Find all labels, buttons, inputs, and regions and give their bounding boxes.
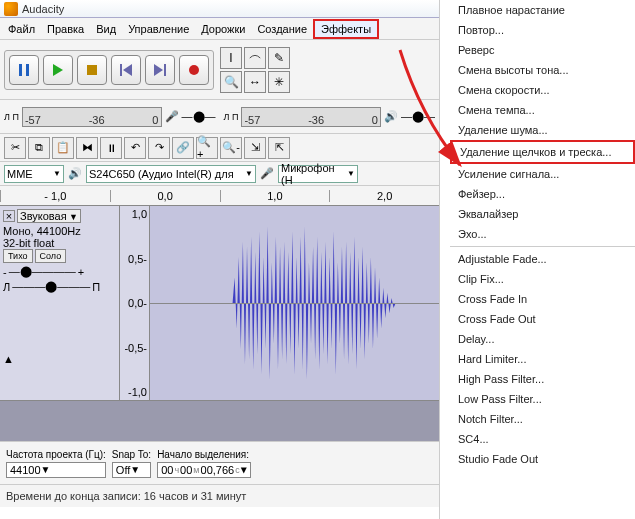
device-toolbar: MME▼ 🔊 S24C650 (Аудио Intel(R) для▼ 🎤 Ми… — [0, 162, 439, 186]
slider-icon[interactable]: —⬤— — [182, 110, 216, 123]
titlebar: Audacity — [0, 0, 439, 18]
effect-menu-item[interactable]: Low Pass Filter... — [450, 389, 635, 409]
status-text: Времени до конца записи: 16 часов и 31 м… — [6, 490, 246, 502]
effect-menu-item[interactable]: Delay... — [450, 329, 635, 349]
window-title: Audacity — [22, 3, 64, 15]
effect-menu-item[interactable]: Повтор... — [450, 20, 635, 40]
input-device-combo[interactable]: Микрофон (H▼ — [278, 165, 358, 183]
effect-menu-item[interactable]: High Pass Filter... — [450, 369, 635, 389]
track-area: × Звуковая ▼ Моно, 44100Hz 32-bit float … — [0, 206, 439, 401]
svg-rect-1 — [26, 64, 29, 76]
track-format: Моно, 44100Hz — [3, 225, 116, 237]
svg-marker-5 — [123, 64, 132, 76]
status-bar: Времени до конца записи: 16 часов и 31 м… — [0, 485, 439, 507]
track-close-button[interactable]: × — [3, 210, 15, 222]
output-meter[interactable]: -57-360 — [22, 107, 162, 127]
gain-slider[interactable]: —⬤———— — [9, 265, 76, 278]
track-bitdepth: 32-bit float — [3, 237, 116, 249]
menu-effects[interactable]: Эффекты — [313, 19, 379, 39]
pause-button[interactable] — [9, 55, 39, 85]
selection-toolbar: Частота проекта (Гц): 44100 ▼ Snap To: O… — [0, 441, 439, 485]
effect-menu-item[interactable]: Эхо... — [450, 224, 635, 244]
effects-dropdown-menu: Плавное нарастаниеПовтор...РеверсСмена в… — [450, 0, 635, 519]
draw-tool-icon[interactable]: ✎ — [268, 47, 290, 69]
output-device-combo[interactable]: S24C650 (Аудио Intel(R) для▼ — [86, 165, 256, 183]
play-button[interactable] — [43, 55, 73, 85]
tools-grid: I ✎ 🔍 ↔ ✳ — [220, 47, 290, 93]
timeline-ruler[interactable]: - 1,0 0,0 1,0 2,0 — [0, 186, 439, 206]
svg-marker-6 — [154, 64, 163, 76]
effect-menu-item[interactable]: Notch Filter... — [450, 409, 635, 429]
svg-rect-4 — [120, 64, 122, 76]
effect-menu-item[interactable]: Усиление сигнала... — [450, 164, 635, 184]
fit-proj-icon[interactable]: ⇱ — [268, 137, 290, 159]
menu-transport[interactable]: Управление — [122, 21, 195, 37]
skip-end-button[interactable] — [145, 55, 175, 85]
zoom-in-icon[interactable]: 🔍+ — [196, 137, 218, 159]
waveform[interactable] — [150, 206, 439, 400]
menu-generate[interactable]: Создание — [251, 21, 313, 37]
timeshift-tool-icon[interactable]: ↔ — [244, 71, 266, 93]
effect-menu-item[interactable]: Смена темпа... — [450, 100, 635, 120]
svg-rect-7 — [164, 64, 166, 76]
multi-tool-icon[interactable]: ✳ — [268, 71, 290, 93]
svg-point-8 — [189, 65, 199, 75]
effect-menu-item[interactable]: Hard Limiter... — [450, 349, 635, 369]
cut-icon[interactable]: ✂ — [4, 137, 26, 159]
effect-menu-item[interactable]: Удаление щелчков и треска... — [450, 140, 635, 164]
zoom-out-icon[interactable]: 🔍- — [220, 137, 242, 159]
slider-icon[interactable]: —⬤— — [401, 110, 435, 123]
undo-icon[interactable]: ↶ — [124, 137, 146, 159]
effect-menu-item[interactable]: Cross Fade In — [450, 289, 635, 309]
skip-start-button[interactable] — [111, 55, 141, 85]
menu-edit[interactable]: Правка — [41, 21, 90, 37]
menu-tracks[interactable]: Дорожки — [195, 21, 251, 37]
mic-icon: 🎤 — [165, 110, 179, 123]
paste-icon[interactable]: 📋 — [52, 137, 74, 159]
effect-menu-item[interactable]: Удаление шума... — [450, 120, 635, 140]
menu-view[interactable]: Вид — [90, 21, 122, 37]
effect-menu-item[interactable]: Реверс — [450, 40, 635, 60]
menu-file[interactable]: Файл — [2, 21, 41, 37]
record-button[interactable] — [179, 55, 209, 85]
effect-menu-item[interactable]: Clip Fix... — [450, 269, 635, 289]
effect-menu-item[interactable]: Смена высоты тона... — [450, 60, 635, 80]
snap-label: Snap To: — [112, 449, 151, 460]
effect-menu-item[interactable]: SC4... — [450, 429, 635, 449]
selection-start-label: Начало выделения: — [157, 449, 251, 460]
link-icon[interactable]: 🔗 — [172, 137, 194, 159]
mute-button[interactable]: Тихо — [3, 249, 33, 263]
input-meter[interactable]: -57-360 — [241, 107, 381, 127]
selection-tool-icon[interactable]: I — [220, 47, 242, 69]
effect-menu-item[interactable]: Фейзер... — [450, 184, 635, 204]
effect-menu-item[interactable]: Studio Fade Out — [450, 449, 635, 469]
effect-menu-item[interactable]: Эквалайзер — [450, 204, 635, 224]
meter-input-label: Л П — [224, 112, 239, 122]
envelope-tool-icon[interactable] — [244, 47, 266, 69]
selection-start-time[interactable]: 00ч 00м 00,766с ▼ — [157, 462, 251, 478]
solo-button[interactable]: Соло — [35, 249, 67, 263]
audio-host-combo[interactable]: MME▼ — [4, 165, 64, 183]
effect-menu-item[interactable]: Плавное нарастание — [450, 0, 635, 20]
redo-icon[interactable]: ↷ — [148, 137, 170, 159]
pan-slider[interactable]: ———⬤——— — [12, 280, 90, 293]
zoom-tool-icon[interactable]: 🔍 — [220, 71, 242, 93]
trim-icon[interactable]: ⧓ — [76, 137, 98, 159]
svg-rect-0 — [19, 64, 22, 76]
effect-menu-item[interactable]: Adjustable Fade... — [450, 249, 635, 269]
project-rate-combo[interactable]: 44100 ▼ — [6, 462, 106, 478]
transport-toolbar: I ✎ 🔍 ↔ ✳ — [0, 40, 439, 100]
snap-combo[interactable]: Off ▼ — [112, 462, 151, 478]
project-rate-label: Частота проекта (Гц): — [6, 449, 106, 460]
effect-menu-item[interactable]: Смена скорости... — [450, 80, 635, 100]
stop-button[interactable] — [77, 55, 107, 85]
collapse-icon[interactable]: ▲ — [3, 353, 14, 365]
fit-sel-icon[interactable]: ⇲ — [244, 137, 266, 159]
empty-track-area[interactable] — [0, 401, 439, 441]
silence-icon[interactable]: ⏸ — [100, 137, 122, 159]
copy-icon[interactable]: ⧉ — [28, 137, 50, 159]
edit-toolbar: ✂ ⧉ 📋 ⧓ ⏸ ↶ ↷ 🔗 🔍+ 🔍- ⇲ ⇱ — [0, 134, 439, 162]
track-name-dropdown[interactable]: Звуковая ▼ — [17, 209, 81, 223]
track-control-panel: × Звуковая ▼ Моно, 44100Hz 32-bit float … — [0, 206, 120, 400]
effect-menu-item[interactable]: Cross Fade Out — [450, 309, 635, 329]
